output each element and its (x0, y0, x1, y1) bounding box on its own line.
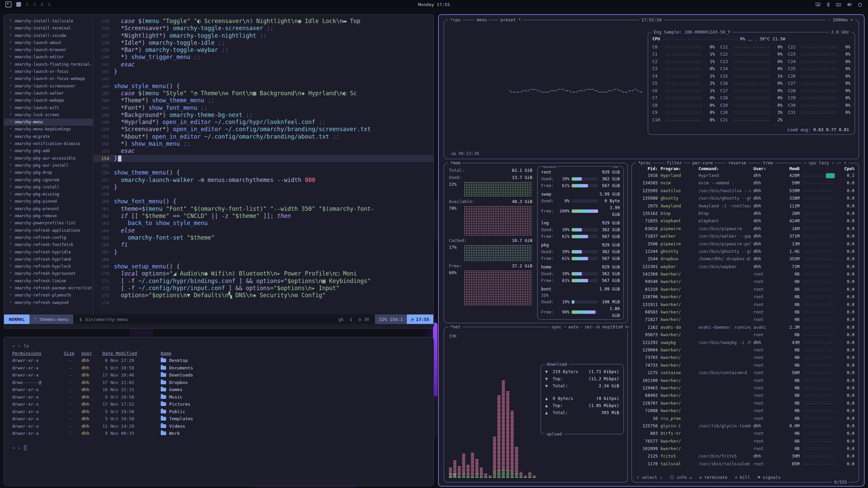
process-row[interactable]: 74733kworker/root0B0.0 (636, 362, 854, 369)
file-list-item[interactable]: *omarchy-refresh-limine (4, 278, 93, 285)
process-row[interactable]: 128707kworker/root0B0.0 (636, 400, 854, 407)
net-auto-toggle[interactable]: auto (566, 324, 580, 330)
file-list-item[interactable]: *omarchy-refresh-hyprland (4, 256, 93, 263)
signals-hint[interactable]: ⚑ signals (757, 474, 781, 481)
preset-button[interactable]: preset * (498, 17, 523, 23)
process-row[interactable]: 125756glycin-i/usr/lib/glycin-loadersdhh… (636, 422, 854, 430)
file-list-item[interactable]: *omarchy-refresh-hyprlock (4, 263, 93, 270)
process-row[interactable]: 73703kworker/root0B0.0 (636, 354, 854, 361)
file-list-item[interactable]: *omarchy-launch-floating-terminal- (4, 61, 93, 68)
reverse-toggle[interactable]: reverse (726, 160, 748, 166)
workspace-4[interactable]: 4 (41, 2, 43, 7)
file-list-item[interactable]: *omarchy-launch-about (4, 39, 93, 46)
per-core-toggle[interactable]: per-core (690, 160, 715, 166)
file-list-item[interactable]: *omarchy-install-vscode (4, 32, 93, 39)
mem-panel-title[interactable]: ²mem (448, 160, 462, 166)
file-list-item[interactable]: *omarchy-install-terminal (4, 25, 93, 32)
process-row[interactable]: 803btrfs-trroot0B0.0 (636, 430, 854, 437)
file-list-item[interactable]: *omarchy-launch-walker (4, 90, 93, 97)
net-panel-title[interactable]: ³net (448, 324, 462, 330)
filter-button[interactable]: filter (665, 160, 684, 166)
process-row[interactable]: 81310kworker/root0B0.0 (636, 286, 854, 293)
file-list-item[interactable]: *omarchy-pkg-aur-install (4, 162, 93, 169)
process-row[interactable]: 142360kworker/root0B0.0 (636, 270, 854, 278)
workspace-5[interactable]: 5 (48, 2, 51, 7)
terminate-hint[interactable]: ⊘ terminate (699, 474, 727, 481)
process-row[interactable]: 1162avahi-daavahi-daemon: running [avahi… (636, 324, 854, 331)
power-icon[interactable] (857, 2, 863, 7)
file-list-item[interactable]: *omarchy-refresh-hypridle (4, 249, 93, 256)
tree-toggle[interactable]: tree (761, 160, 775, 166)
file-list-item[interactable]: *omarchy-pkg-add (4, 147, 93, 155)
code-editor-pane[interactable]: 135 case $(menu "Toggle" "◐ Screensaver\… (94, 18, 433, 314)
scroll-up-icon[interactable]: ↑ (842, 160, 848, 166)
file-list-item[interactable]: *omarchy-notification-dismiss (4, 140, 93, 147)
file-list-item[interactable]: *omarchy-pkg-present (4, 205, 93, 212)
file-list-item[interactable]: *omarchy-refresh-hyprsunset (4, 270, 93, 277)
process-row[interactable]: 135162btopbtopdhh26M0.0 (636, 210, 854, 217)
process-row[interactable]: 2975XwaylandXwayland :1 -rootless -dhh11… (636, 202, 854, 210)
info-hint[interactable]: ⓘ info ↵ (670, 474, 692, 481)
process-row[interactable]: 68402kworker/root0B0.0 (636, 392, 854, 399)
volume-icon[interactable] (847, 2, 852, 7)
sort-selector[interactable]: ‹ cpu lazy › (802, 160, 836, 166)
workspace-active-icon[interactable] (16, 2, 21, 7)
bluetooth-icon[interactable] (826, 2, 830, 7)
process-row[interactable]: 129463kworker/root0B0.0 (636, 384, 854, 392)
file-list-item[interactable]: *omarchy-launch-or-focus (4, 68, 93, 75)
file-list-item[interactable]: *omarchy-pkg-install (4, 184, 93, 191)
kill-hint[interactable]: × kill (735, 474, 750, 481)
terminal-window[interactable]: ~ › ls PermissionsSizeUserDate ModifiedN… (4, 338, 433, 485)
file-list-item[interactable]: *omarchy-refresh-plymouth (4, 292, 93, 299)
process-row[interactable]: 68583kworker/root0B0.0 (636, 308, 854, 316)
process-row[interactable]: 16rcu_preeroot0B0.0 (636, 415, 854, 422)
select-hint[interactable]: ↑ select ↓ (637, 474, 662, 481)
keyboard-icon[interactable] (836, 2, 841, 7)
process-row[interactable]: 128706kworker/root0B0.0 (636, 293, 854, 301)
net-interface-switcher[interactable]: ‹b enp191s0 n› (593, 324, 629, 330)
file-list-item[interactable]: *omarchy-pkg-aur-accessible (4, 155, 93, 162)
process-row[interactable]: 12244ghostty/usr/bin/ghostty --gtk-dhh1.… (636, 248, 854, 255)
file-list-item[interactable]: *omarchy-pkg-drop (4, 169, 93, 176)
proc-panel-title[interactable]: ⁴proc (636, 160, 653, 166)
process-row[interactable]: 2544dropbox/home/dhh/.dropbox-distdhh355… (636, 255, 854, 263)
screencast-icon[interactable] (815, 2, 821, 7)
process-row[interactable]: 71827kworker/root0B0.0 (636, 316, 854, 323)
file-list-item[interactable]: *omarchy-pkg-ignored (4, 177, 93, 184)
file-list-item[interactable]: *omarchy-launch-screensaver (4, 83, 93, 90)
process-row[interactable]: 2506pipewire/usr/bin/pipewire-pulsedhh13… (636, 240, 854, 248)
io-toggle[interactable]: io (611, 166, 620, 170)
file-list-item[interactable]: *omarchy-refresh-fastfetch (4, 241, 93, 248)
workspace-3[interactable]: 3 (33, 2, 36, 7)
workspace-app-icon[interactable] (5, 1, 12, 7)
file-list-item[interactable]: *omarchy-pkg-remove (4, 212, 93, 220)
clock-date[interactable]: Monday 17:55 (418, 2, 450, 7)
file-list-item[interactable]: *omarchy-menu-keybindings (4, 126, 93, 133)
process-row[interactable]: 1275containe/usr/bin/containerdroot56M0.… (636, 369, 854, 377)
menu-button[interactable]: menu (475, 17, 489, 23)
process-row[interactable]: 131911kworker/root0B0.0 (636, 301, 854, 308)
file-list-item[interactable]: *omarchy-install-tailscale (4, 18, 93, 25)
file-list-item[interactable]: *omarchy-launch-browser (4, 46, 93, 54)
process-row[interactable]: 129004kworker/root0B0.0 (636, 346, 854, 354)
process-row[interactable]: 72088kworker/root0B0.0 (636, 407, 854, 414)
process-row[interactable]: 94540kworker/root0B0.0 (636, 278, 854, 285)
process-row[interactable]: 63816pipewire/usr/bin/pipewiredhh16M0.0 (636, 225, 854, 232)
file-list-item[interactable]: *omarchy-refresh-swayosd (4, 299, 93, 306)
update-interval-control[interactable]: - 2000ms + (826, 17, 855, 23)
file-list-item[interactable]: *omarchy-pkg-missing (4, 191, 93, 198)
process-row[interactable]: 71835elephantelephantdhh424M0.0 (636, 217, 854, 225)
file-list-item[interactable]: *omarchy-pkg-pinned (4, 198, 93, 205)
file-list-item[interactable]: *omarchy-menu (4, 119, 93, 126)
file-list-item[interactable]: *omarchy-migrate (4, 133, 93, 140)
process-row[interactable]: 135088ghostty/usr/bin/ghostty --gtk-dhh3… (636, 195, 854, 202)
file-list-item[interactable]: *omarchy-launch-webapp (4, 97, 93, 104)
process-row[interactable]: 122301waybar/usr/bin/waybardhh72M0.0 (636, 263, 854, 270)
terminal-prompt-line-2[interactable]: ~ › (12, 444, 425, 452)
process-row[interactable]: 1916HyprlandHyprlanddhh426M0.1 (636, 172, 854, 179)
process-row[interactable]: 95673kworker/root0B0.0 (636, 331, 854, 339)
process-row[interactable]: 125505nautilus/usr/bin/nautilus --newdhh… (636, 187, 854, 195)
file-list-item[interactable]: *omarchy-refresh-config (4, 234, 93, 241)
process-row[interactable]: 2125fcitx5/usr/bin/fcitx5dhh30M0.0 (636, 452, 854, 460)
process-row[interactable]: 71837walker/usr/bin/walker --gappldhh371… (636, 232, 854, 240)
